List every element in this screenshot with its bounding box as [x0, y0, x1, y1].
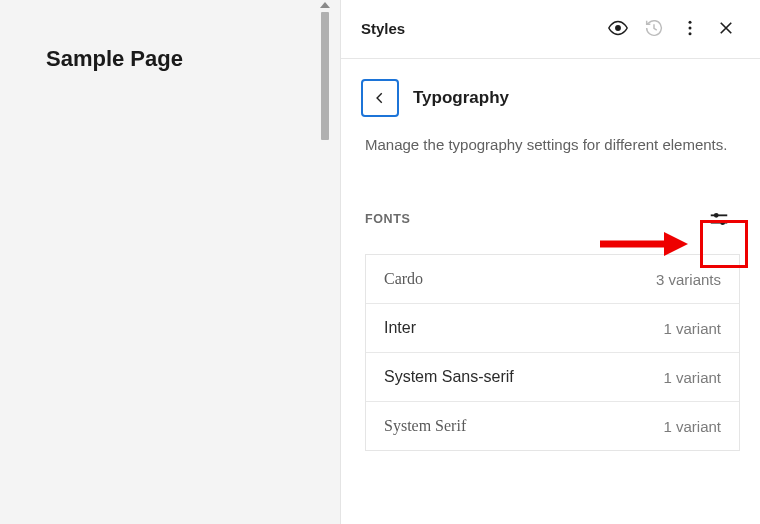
sliders-icon — [708, 208, 730, 230]
close-icon — [717, 19, 735, 37]
svg-point-2 — [689, 27, 692, 30]
history-icon — [643, 17, 665, 39]
svg-point-5 — [714, 213, 719, 218]
manage-fonts-button[interactable] — [698, 198, 740, 240]
font-list: Cardo 3 variants Inter 1 variant System … — [365, 254, 740, 451]
svg-point-1 — [689, 21, 692, 24]
back-button[interactable] — [361, 79, 399, 117]
kebab-icon — [680, 18, 700, 38]
close-button[interactable] — [708, 10, 744, 46]
font-variants: 1 variant — [663, 418, 721, 435]
styles-sidebar: Styles — [340, 0, 760, 524]
section-description: Manage the typography settings for diffe… — [341, 125, 760, 156]
sidebar-header: Styles — [341, 0, 760, 59]
svg-point-7 — [720, 221, 725, 226]
revisions-button[interactable] — [636, 10, 672, 46]
svg-point-0 — [615, 25, 621, 31]
more-menu-button[interactable] — [672, 10, 708, 46]
font-name: Cardo — [384, 270, 656, 288]
section-title: Typography — [413, 88, 509, 108]
stylebook-toggle-button[interactable] — [600, 10, 636, 46]
font-name: Inter — [384, 319, 663, 337]
scroll-thumb[interactable] — [321, 12, 329, 140]
font-variants: 3 variants — [656, 271, 721, 288]
font-name: System Serif — [384, 417, 663, 435]
scroll-up-arrow-icon[interactable] — [320, 2, 330, 8]
preview-pane: Sample Page — [0, 0, 340, 524]
font-variants: 1 variant — [663, 369, 721, 386]
preview-scrollbar[interactable] — [318, 2, 332, 524]
section-nav: Typography — [341, 59, 760, 125]
font-name: System Sans-serif — [384, 368, 663, 386]
chevron-left-icon — [373, 91, 387, 105]
sidebar-header-title: Styles — [361, 20, 600, 37]
eye-icon — [607, 17, 629, 39]
font-row[interactable]: Cardo 3 variants — [366, 255, 739, 304]
fonts-label: FONTS — [365, 212, 698, 226]
font-row[interactable]: System Sans-serif 1 variant — [366, 353, 739, 402]
page-title: Sample Page — [46, 46, 340, 72]
fonts-header: FONTS — [341, 156, 760, 248]
svg-point-3 — [689, 32, 692, 35]
font-row[interactable]: Inter 1 variant — [366, 304, 739, 353]
font-variants: 1 variant — [663, 320, 721, 337]
font-row[interactable]: System Serif 1 variant — [366, 402, 739, 450]
